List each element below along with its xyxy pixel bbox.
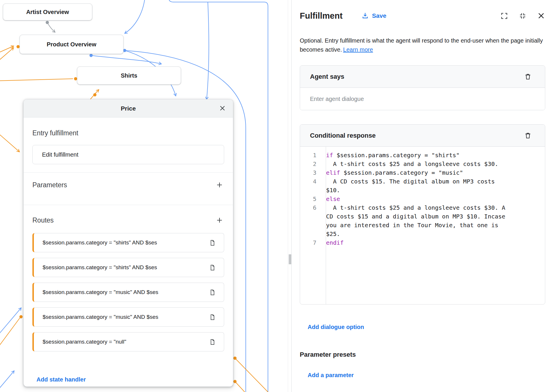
code-editor[interactable]: 1 if $session.params.category = "shirts"… [300,147,545,304]
save-label: Save [372,12,386,19]
add-parameter-icon[interactable] [215,181,224,189]
code-line-number: 5 [300,195,321,203]
routes-list: $session.params.category = "shirts" AND … [32,233,224,351]
price-panel-header: Price [24,99,233,118]
node-product-overview[interactable]: Product Overview [20,35,123,54]
conditional-response-title: Conditional response [310,132,376,139]
entry-fulfillment-heading: Entry fulfillment [32,129,224,137]
fulfillment-panel: Fulfillment Save [291,0,554,392]
trash-icon[interactable] [524,73,532,80]
code-line-number: 2 [300,160,321,168]
route-condition: $session.params.category = "shirts" AND … [43,239,205,246]
panel-title: Fulfillment [300,11,343,21]
agent-says-header: Agent says [300,66,545,88]
price-panel-title: Price [121,105,136,112]
code-line: 7 endif [300,238,545,247]
route-condition: $session.params.category = "null" [43,339,205,345]
route-page-icon[interactable] [209,264,216,271]
resize-grip [290,254,291,264]
code-line-text: else [326,195,511,203]
code-line-text: A CD costs $15. The digital album on MP3… [326,177,511,195]
code-line-text: A t-shirt costs $25 and a longsleeve cos… [326,160,511,168]
trash-icon[interactable] [524,132,532,139]
route-page-icon[interactable] [209,314,216,321]
save-button[interactable]: Save [361,12,386,20]
node-artist-overview[interactable]: Artist Overview [3,4,92,20]
price-panel-body: Entry fulfillment Edit fulfillment Param… [24,129,233,383]
fullscreen-exit-icon[interactable] [519,12,527,20]
save-icon [361,12,369,20]
route-condition: $session.params.category = "music" AND $… [43,289,205,295]
route-condition: $session.params.category = "shirts" AND … [43,264,205,271]
code-line: 4 A CD costs $15. The digital album on M… [300,177,545,195]
add-a-parameter-button[interactable]: Add a parameter [308,372,354,379]
node-shirts[interactable]: Shirts [77,66,181,85]
route-item[interactable]: $session.params.category = "music" AND $… [32,283,224,302]
add-dialogue-option-button[interactable]: Add dialogue option [308,324,364,330]
route-item[interactable]: $session.params.category = "null" [32,332,224,351]
edit-fulfillment-label: Edit fulfillment [42,151,79,158]
node-label: Product Overview [47,41,96,48]
code-line-number: 6 [300,203,321,212]
conditional-response-card: Conditional response 1 if $session.param… [300,124,545,304]
divider [326,147,326,304]
close-icon[interactable] [219,105,226,112]
code-line-number: 1 [300,151,321,160]
code-line: 3 elif $session.params.category = "music… [300,168,545,177]
route-item[interactable]: $session.params.category = "shirts" AND … [32,258,224,277]
code-line-text: A t-shirt costs $25 and a longsleeve cos… [326,203,511,238]
route-item[interactable]: $session.params.category = "music" AND $… [32,307,224,327]
agent-says-card: Agent says [300,65,545,110]
route-page-icon[interactable] [209,239,216,246]
code-line: 5 else [300,195,545,203]
code-line-text: if $session.params.category = "shirts" [326,151,511,160]
price-node-panel: Price Entry fulfillment Edit fulfillment… [23,99,233,387]
edit-fulfillment-button[interactable]: Edit fulfillment [32,145,224,164]
fullscreen-icon[interactable] [500,12,508,20]
routes-heading: Routes [32,216,54,224]
route-page-icon[interactable] [209,339,216,345]
agent-dialogue-input[interactable] [300,88,545,110]
code-line-number: 7 [300,238,321,247]
code-editor-lines: 1 if $session.params.category = "shirts"… [300,151,545,247]
agent-says-title: Agent says [310,73,344,80]
close-icon[interactable] [537,12,545,20]
parameter-presets-heading: Parameter presets [300,351,545,358]
code-line-number: 3 [300,168,321,177]
node-label: Artist Overview [26,9,69,15]
node-label: Shirts [121,72,137,79]
panel-description: Optional. Entry fulfillment is what the … [300,36,545,54]
description-text: Optional. Entry fulfillment is what the … [300,37,543,53]
parameters-heading: Parameters [32,181,67,189]
code-line-number: 4 [300,177,321,186]
route-item[interactable]: $session.params.category = "shirts" AND … [32,233,224,252]
code-line-text: elif $session.params.category = "music" [326,168,511,177]
code-line: 1 if $session.params.category = "shirts" [300,151,545,160]
learn-more-link[interactable]: Learn more [343,46,373,53]
panel-resize-handle[interactable] [288,0,291,392]
conditional-response-header: Conditional response [300,125,545,147]
route-condition: $session.params.category = "music" AND $… [43,314,205,320]
route-page-icon[interactable] [209,289,216,296]
routes-section: Routes [32,205,224,231]
add-state-handler-button[interactable]: Add state handler [36,376,86,383]
code-line: 2 A t-shirt costs $25 and a longsleeve c… [300,160,545,168]
flow-canvas[interactable]: Artist Overview Product Overview Shirts … [0,0,288,392]
dialogflow-flow-builder: Artist Overview Product Overview Shirts … [0,0,554,392]
code-line: 6 A t-shirt costs $25 and a longsleeve c… [300,203,545,238]
code-line-text: endif [326,238,511,247]
resize-grip [289,254,290,264]
parameters-section: Parameters [32,173,224,197]
add-route-icon[interactable] [215,216,224,224]
fulfillment-panel-header: Fulfillment Save [300,8,545,23]
